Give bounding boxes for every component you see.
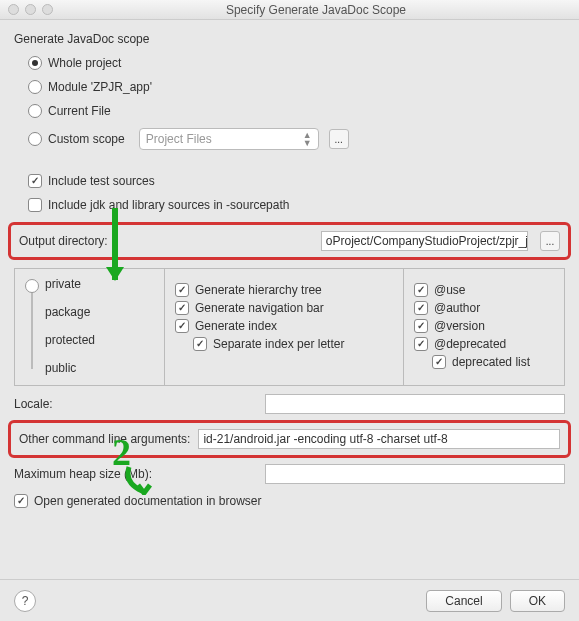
custom-scope-combo-value: Project Files xyxy=(146,132,212,146)
footer: ? Cancel OK xyxy=(0,579,579,621)
options-panel: private package protected public Generat… xyxy=(14,268,565,386)
radio-current-file[interactable] xyxy=(28,104,42,118)
ok-button[interactable]: OK xyxy=(510,590,565,612)
minimize-window-button[interactable] xyxy=(25,4,36,15)
cmdargs-highlight: Other command line arguments: id-21/andr… xyxy=(8,420,571,458)
titlebar: Specify Generate JavaDoc Scope xyxy=(0,0,579,20)
visibility-slider-knob[interactable] xyxy=(25,279,39,293)
gen-index-checkbox[interactable] xyxy=(175,319,189,333)
radio-module[interactable] xyxy=(28,80,42,94)
gen-hierarchy-row[interactable]: Generate hierarchy tree xyxy=(175,283,393,297)
deprecated-list-checkbox[interactable] xyxy=(432,355,446,369)
visibility-public-label: public xyxy=(45,361,76,375)
sep-index-checkbox[interactable] xyxy=(193,337,207,351)
custom-scope-combo[interactable]: Project Files ▲▼ xyxy=(139,128,319,150)
gen-index-row[interactable]: Generate index xyxy=(175,319,393,333)
gen-index-label: Generate index xyxy=(195,319,277,333)
include-jdk-checkbox[interactable] xyxy=(28,198,42,212)
dialog-content: Generate JavaDoc scope Whole project Mod… xyxy=(0,20,579,530)
sep-index-label: Separate index per letter xyxy=(213,337,344,351)
deprecated-list-row[interactable]: deprecated list xyxy=(432,355,554,369)
radio-module-label: Module 'ZPJR_app' xyxy=(48,80,152,94)
version-row[interactable]: @version xyxy=(414,319,554,333)
version-checkbox[interactable] xyxy=(414,319,428,333)
heap-input[interactable] xyxy=(265,464,565,484)
visibility-package-label: package xyxy=(45,305,90,319)
gen-hierarchy-label: Generate hierarchy tree xyxy=(195,283,322,297)
use-row[interactable]: @use xyxy=(414,283,554,297)
window-title: Specify Generate JavaDoc Scope xyxy=(61,3,571,17)
radio-custom-scope-row[interactable]: Custom scope Project Files ▲▼ ... xyxy=(28,128,565,150)
output-dir-highlight: Output directory: oProject/CompanyStudio… xyxy=(8,222,571,260)
radio-whole-project[interactable] xyxy=(28,56,42,70)
open-doc-row[interactable]: Open generated documentation in browser xyxy=(14,494,565,508)
close-window-button[interactable] xyxy=(8,4,19,15)
author-checkbox[interactable] xyxy=(414,301,428,315)
radio-whole-project-row[interactable]: Whole project xyxy=(28,56,565,70)
include-test-sources-row[interactable]: Include test sources xyxy=(28,174,565,188)
radio-whole-project-label: Whole project xyxy=(48,56,121,70)
use-label: @use xyxy=(434,283,466,297)
author-row[interactable]: @author xyxy=(414,301,554,315)
radio-current-file-label: Current File xyxy=(48,104,111,118)
gen-navbar-label: Generate navigation bar xyxy=(195,301,324,315)
radio-current-file-row[interactable]: Current File xyxy=(28,104,565,118)
author-label: @author xyxy=(434,301,480,315)
include-test-sources-label: Include test sources xyxy=(48,174,155,188)
output-dir-input[interactable]: oProject/CompanyStudioProject/zpjr_javad… xyxy=(321,231,528,251)
gen-navbar-row[interactable]: Generate navigation bar xyxy=(175,301,393,315)
include-jdk-label: Include jdk and library sources in -sour… xyxy=(48,198,289,212)
custom-scope-browse-button[interactable]: ... xyxy=(329,129,349,149)
output-dir-browse-button[interactable]: ... xyxy=(540,231,560,251)
include-jdk-row[interactable]: Include jdk and library sources in -sour… xyxy=(28,198,565,212)
scope-group-label: Generate JavaDoc scope xyxy=(14,32,565,46)
output-dir-label: Output directory: xyxy=(19,234,108,248)
tags-col: @use @author @version @deprecated deprec… xyxy=(404,269,564,385)
heap-row: Maximum heap size (Mb): xyxy=(14,464,565,484)
zoom-window-button[interactable] xyxy=(42,4,53,15)
locale-row: Locale: xyxy=(14,394,565,414)
heap-label: Maximum heap size (Mb): xyxy=(14,467,152,481)
gen-navbar-checkbox[interactable] xyxy=(175,301,189,315)
deprecated-label: @deprecated xyxy=(434,337,506,351)
visibility-slider-track[interactable] xyxy=(31,285,33,369)
deprecated-list-label: deprecated list xyxy=(452,355,530,369)
locale-input[interactable] xyxy=(265,394,565,414)
cmdargs-label: Other command line arguments: xyxy=(19,432,190,446)
help-button[interactable]: ? xyxy=(14,590,36,612)
sep-index-row[interactable]: Separate index per letter xyxy=(193,337,393,351)
visibility-private-label: private xyxy=(45,277,81,291)
radio-custom-scope[interactable] xyxy=(28,132,42,146)
version-label: @version xyxy=(434,319,485,333)
visibility-protected-label: protected xyxy=(45,333,95,347)
deprecated-row[interactable]: @deprecated xyxy=(414,337,554,351)
traffic-lights xyxy=(8,4,53,15)
cancel-button[interactable]: Cancel xyxy=(426,590,501,612)
use-checkbox[interactable] xyxy=(414,283,428,297)
gen-hierarchy-checkbox[interactable] xyxy=(175,283,189,297)
radio-module-row[interactable]: Module 'ZPJR_app' xyxy=(28,80,565,94)
include-test-sources-checkbox[interactable] xyxy=(28,174,42,188)
open-doc-checkbox[interactable] xyxy=(14,494,28,508)
chevron-updown-icon: ▲▼ xyxy=(303,131,312,147)
open-doc-label: Open generated documentation in browser xyxy=(34,494,261,508)
visibility-slider-col: private package protected public xyxy=(15,269,165,385)
cmdargs-input[interactable]: id-21/android.jar -encoding utf-8 -chars… xyxy=(198,429,560,449)
gen-options-col: Generate hierarchy tree Generate navigat… xyxy=(165,269,404,385)
radio-custom-scope-label: Custom scope xyxy=(48,132,125,146)
locale-label: Locale: xyxy=(14,397,53,411)
deprecated-checkbox[interactable] xyxy=(414,337,428,351)
